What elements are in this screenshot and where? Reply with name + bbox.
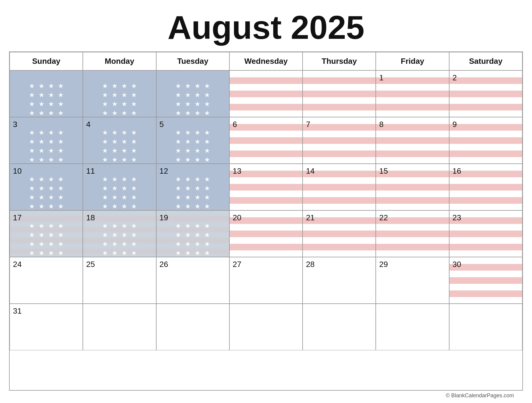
date-number: 7 xyxy=(306,120,372,129)
day-header-tuesday: Tuesday xyxy=(156,52,229,70)
date-number: 31 xyxy=(13,306,79,316)
date-number: 16 xyxy=(453,166,519,176)
day-header-friday: Friday xyxy=(376,52,449,70)
calendar-cell xyxy=(229,70,303,117)
calendar-cell: 27 xyxy=(229,257,303,304)
calendar-body: ★★★★★★★★★★★★★★★★★★★★★★★★★★★★★★★★★★★★★★★★… xyxy=(10,70,522,350)
date-number: 15 xyxy=(379,166,446,176)
calendar-cell: ★★★★★★★★★★★★★★★★12 xyxy=(156,164,229,210)
date-number: 11 xyxy=(86,166,153,176)
calendar-cell: 2 xyxy=(449,70,522,117)
calendar-cell xyxy=(376,304,449,350)
calendar-cell: 20 xyxy=(229,210,303,257)
date-number: 4 xyxy=(86,120,153,129)
date-number: 23 xyxy=(453,213,519,222)
date-number: 17 xyxy=(13,213,79,222)
calendar-cell: 30 xyxy=(449,257,522,304)
date-number: 12 xyxy=(160,166,226,176)
calendar-cell: ★★★★★★★★★★★★★★★★ xyxy=(156,70,229,117)
date-number: 6 xyxy=(233,120,299,129)
date-number: 14 xyxy=(306,166,372,176)
day-header-monday: Monday xyxy=(83,52,156,70)
calendar-cell: 16 xyxy=(449,164,522,210)
calendar-cell: 6 xyxy=(229,117,303,164)
calendar-cell xyxy=(156,304,229,350)
date-number: 20 xyxy=(233,213,299,222)
calendar-cell: 7 xyxy=(303,117,376,164)
calendar-cell: ★★★★★★★★★★★★★★★★18 xyxy=(83,210,156,257)
calendar-cell: ★★★★★★★★★★★★★★★★ xyxy=(83,70,156,117)
date-number: 30 xyxy=(453,260,519,269)
date-number: 1 xyxy=(379,73,446,82)
calendar-cell: ★★★★★★★★★★★★★★★★ xyxy=(10,70,83,117)
calendar-cell xyxy=(303,304,376,350)
calendar-cell xyxy=(83,304,156,350)
calendar-cell: 24 xyxy=(10,257,83,304)
calendar-cell: ★★★★★★★★★★★★★★★★5 xyxy=(156,117,229,164)
date-number: 26 xyxy=(160,260,226,269)
calendar-cell: 25 xyxy=(83,257,156,304)
calendar-cell xyxy=(229,304,303,350)
day-header-sunday: Sunday xyxy=(10,52,83,70)
date-number: 19 xyxy=(160,213,226,222)
date-number: 27 xyxy=(233,260,299,269)
date-number: 5 xyxy=(160,120,226,129)
calendar-cell: ★★★★★★★★★★★★★★★★10 xyxy=(10,164,83,210)
date-number: 28 xyxy=(306,260,372,269)
calendar-cell: ★★★★★★★★★★★★★★★★11 xyxy=(83,164,156,210)
calendar-cell: ★★★★★★★★★★★★★★★★17 xyxy=(10,210,83,257)
calendar-cell xyxy=(303,70,376,117)
date-number: 18 xyxy=(86,213,153,222)
calendar-cell: 21 xyxy=(303,210,376,257)
day-header-thursday: Thursday xyxy=(303,52,376,70)
calendar-cell: ★★★★★★★★★★★★★★★★4 xyxy=(83,117,156,164)
footer-text: © BlankCalendarPages.com xyxy=(9,391,523,400)
date-number: 3 xyxy=(13,120,79,129)
day-header-wednesday: Wednesday xyxy=(229,52,303,70)
calendar-cell: 9 xyxy=(449,117,522,164)
calendar-wrapper: SundayMondayTuesdayWednesdayThursdayFrid… xyxy=(9,51,523,391)
calendar-cell xyxy=(449,304,522,350)
calendar-header-row: SundayMondayTuesdayWednesdayThursdayFrid… xyxy=(10,52,522,70)
calendar-cell: 31 xyxy=(10,304,83,350)
calendar-cell: 23 xyxy=(449,210,522,257)
date-number: 13 xyxy=(233,166,299,176)
calendar-cell: ★★★★★★★★★★★★★★★★19 xyxy=(156,210,229,257)
calendar-cell: 15 xyxy=(376,164,449,210)
date-number: 10 xyxy=(13,166,79,176)
date-number: 24 xyxy=(13,260,79,269)
day-header-saturday: Saturday xyxy=(449,52,522,70)
calendar-cell: 22 xyxy=(376,210,449,257)
date-number: 8 xyxy=(379,120,446,129)
date-number: 22 xyxy=(379,213,446,222)
calendar-cell: ★★★★★★★★★★★★★★★★3 xyxy=(10,117,83,164)
date-number: 9 xyxy=(453,120,519,129)
calendar-cell: 26 xyxy=(156,257,229,304)
calendar-cell: 14 xyxy=(303,164,376,210)
date-number: 21 xyxy=(306,213,372,222)
calendar-cell: 28 xyxy=(303,257,376,304)
calendar-cell: 13 xyxy=(229,164,303,210)
date-number: 25 xyxy=(86,260,153,269)
calendar-title: August 2025 xyxy=(9,6,523,51)
calendar-cell: 8 xyxy=(376,117,449,164)
calendar-cell: 29 xyxy=(376,257,449,304)
calendar-cell: 1 xyxy=(376,70,449,117)
date-number: 29 xyxy=(379,260,446,269)
date-number: 2 xyxy=(453,73,519,82)
